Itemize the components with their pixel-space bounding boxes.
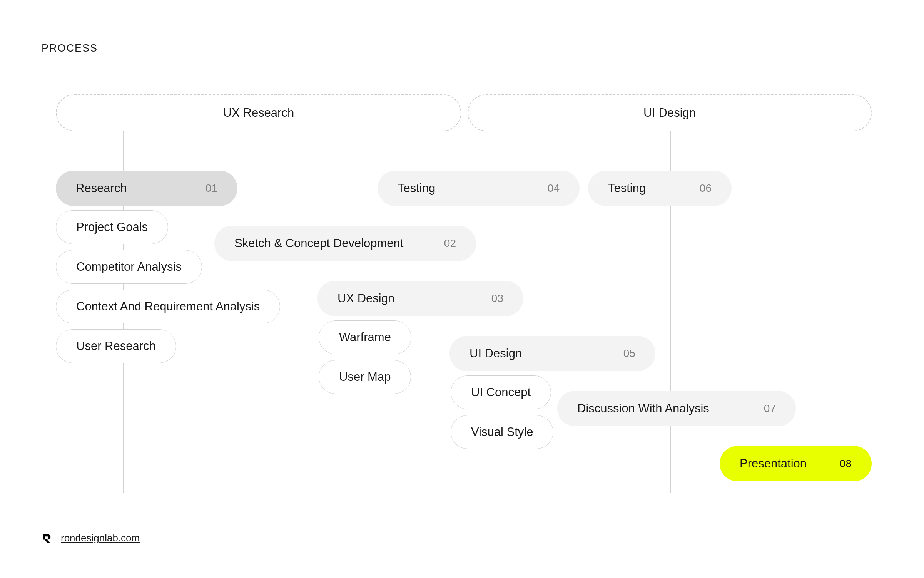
stage-label: UX Design [338, 292, 394, 305]
stage-ui-design: UI Design 05 [449, 336, 655, 371]
logo-icon [42, 533, 52, 544]
stage-number: 01 [206, 182, 217, 194]
grid-line [806, 131, 806, 493]
substage-competitor-analysis: Competitor Analysis [56, 250, 202, 284]
stage-testing-06: Testing 06 [588, 171, 732, 206]
stage-number: 07 [764, 402, 776, 415]
stage-ux-design: UX Design 03 [317, 281, 523, 316]
stage-number: 05 [623, 347, 635, 360]
substage-visual-style: Visual Style [451, 415, 553, 449]
stage-label: Sketch & Concept Development [234, 236, 403, 250]
substage-ui-concept: UI Concept [451, 375, 551, 409]
stage-number: 04 [548, 182, 560, 194]
substage-user-map: User Map [319, 360, 411, 394]
stage-number: 06 [700, 182, 712, 194]
stage-sketch-concept: Sketch & Concept Development 02 [214, 226, 476, 261]
stage-label: Testing [608, 181, 646, 195]
page-title: PROCESS [42, 42, 98, 54]
substage-context-requirements: Context And Requirement Analysis [56, 290, 280, 323]
stage-presentation: Presentation 08 [720, 446, 872, 481]
stage-label: Research [76, 181, 127, 195]
stage-number: 02 [444, 237, 456, 250]
substage-warframe: Warframe [319, 320, 411, 354]
category-ui-design: UI Design [468, 94, 872, 131]
process-diagram: UX Research UI Design Research 01 Testin… [56, 94, 872, 479]
category-ux-research: UX Research [56, 94, 461, 131]
footer: rondesignlab.com [42, 532, 140, 544]
substage-project-goals: Project Goals [56, 210, 168, 244]
stage-discussion-analysis: Discussion With Analysis 07 [557, 391, 796, 426]
stage-number: 03 [491, 292, 503, 305]
stage-label: Testing [398, 181, 435, 195]
stage-number: 08 [840, 457, 852, 470]
stage-testing-04: Testing 04 [378, 171, 580, 206]
stage-label: Presentation [740, 457, 807, 471]
footer-link[interactable]: rondesignlab.com [61, 532, 140, 544]
stage-label: Discussion With Analysis [577, 402, 709, 415]
stage-research: Research 01 [56, 171, 237, 206]
substage-user-research: User Research [56, 329, 176, 363]
stage-label: UI Design [470, 347, 522, 360]
